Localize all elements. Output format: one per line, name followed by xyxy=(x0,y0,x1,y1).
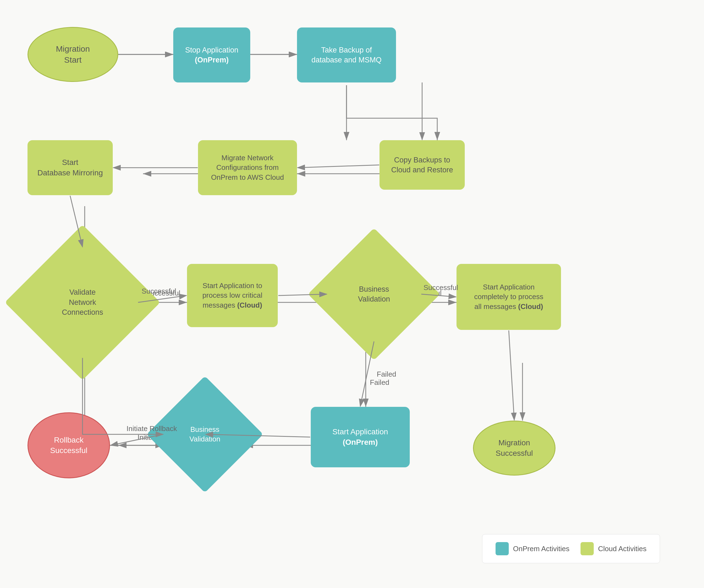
node-start-app-onprem: Start Application(OnPrem) xyxy=(311,407,410,467)
legend-cloud: Cloud Activities xyxy=(581,542,647,555)
svg-line-23 xyxy=(509,330,514,420)
node-start-db-mirroring: StartDatabase Mirroring xyxy=(27,140,113,195)
node-business-validation-1: BusinessValidation xyxy=(308,228,440,361)
node-rollback-successful: RollbackSuccessful xyxy=(27,412,110,478)
svg-text:Failed: Failed xyxy=(377,370,396,378)
diagram-container: Successful Successful Failed Initiate Ro… xyxy=(0,0,704,588)
node-take-backup: Take Backup ofdatabase and MSMQ xyxy=(297,27,396,82)
legend-onprem-box xyxy=(495,542,509,555)
legend-onprem-label: OnPrem Activities xyxy=(513,544,570,553)
node-migration-start: Migration Start xyxy=(27,27,118,82)
node-stop-application: Stop Application(OnPrem) xyxy=(173,27,250,82)
legend-onprem: OnPrem Activities xyxy=(495,542,570,555)
node-migration-successful: MigrationSuccessful xyxy=(473,420,555,475)
label-failed: Failed xyxy=(370,378,390,387)
node-start-app-all: Start Applicationcompletely to processal… xyxy=(457,264,561,330)
node-migrate-network: Migrate NetworkConfigurations fromOnPrem… xyxy=(198,140,297,195)
legend-cloud-label: Cloud Activities xyxy=(598,544,647,553)
legend-cloud-box xyxy=(581,542,594,555)
svg-line-17 xyxy=(298,165,379,168)
legend: OnPrem Activities Cloud Activities xyxy=(482,534,660,563)
node-start-app-low: Start Application toprocess low critical… xyxy=(187,264,278,327)
node-business-validation-2: BusinessValidation xyxy=(146,376,263,493)
node-validate-network: ValidateNetworkConnections xyxy=(5,224,160,380)
node-copy-backups: Copy Backups to Cloud and Restore xyxy=(379,140,465,190)
